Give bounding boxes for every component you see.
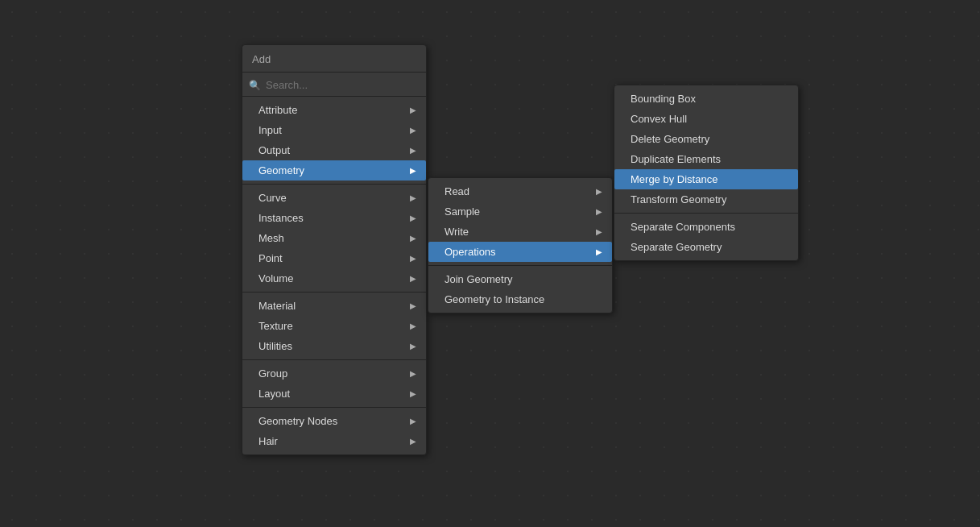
menu-item-mesh[interactable]: Mesh ▶	[242, 228, 426, 248]
separator-1	[242, 184, 426, 185]
separator-4	[242, 407, 426, 408]
menu-item-point[interactable]: Point ▶	[242, 248, 426, 268]
menu-item-label-operations: Operations	[445, 246, 496, 258]
arrow-output: ▶	[410, 146, 416, 155]
separator-3	[242, 359, 426, 360]
arrow-attribute: ▶	[410, 106, 416, 114]
menu-item-label-attribute: Attribute	[258, 104, 297, 116]
search-row[interactable]: 🔍	[242, 76, 426, 97]
menu-item-curve[interactable]: Curve ▶	[242, 188, 426, 208]
arrow-utilities: ▶	[410, 342, 416, 351]
menu-item-input[interactable]: Input ▶	[242, 120, 426, 140]
arrow-layout: ▶	[410, 389, 416, 398]
menu-item-transform-geometry[interactable]: Transform Geometry	[614, 189, 798, 210]
menu-item-convex-hull[interactable]: Convex Hull	[614, 109, 798, 129]
menu-item-label-utilities: Utilities	[258, 340, 292, 352]
menu-item-label-mesh: Mesh	[258, 232, 284, 244]
geometry-submenu: Read ▶ Sample ▶ Write ▶ Operations ▶ Joi…	[428, 177, 613, 313]
arrow-group: ▶	[410, 369, 416, 378]
menu-title: Add	[242, 48, 426, 73]
add-menu-panel: Add 🔍 Attribute ▶ Input ▶ Output ▶ Geome…	[242, 44, 427, 455]
menu-item-geometry-nodes[interactable]: Geometry Nodes ▶	[242, 411, 426, 431]
arrow-read: ▶	[596, 187, 602, 196]
menu-item-geometry-to-instance[interactable]: Geometry to Instance	[428, 289, 612, 309]
arrow-texture: ▶	[410, 322, 416, 330]
arrow-write: ▶	[596, 227, 602, 236]
menu-item-label-point: Point	[258, 252, 283, 264]
menu-item-label-geometry-to-instance: Geometry to Instance	[445, 293, 544, 305]
menu-item-label-input: Input	[258, 124, 282, 136]
menu-item-merge-by-distance[interactable]: Merge by Distance	[614, 169, 798, 189]
menu-item-instances[interactable]: Instances ▶	[242, 208, 426, 228]
arrow-geometry-nodes: ▶	[410, 417, 416, 425]
arrow-point: ▶	[410, 254, 416, 263]
menu-item-bounding-box[interactable]: Bounding Box	[614, 89, 798, 109]
arrow-operations: ▶	[596, 247, 602, 256]
menu-item-material[interactable]: Material ▶	[242, 296, 426, 316]
menu-item-operations[interactable]: Operations ▶	[428, 242, 612, 262]
menu-item-label-output: Output	[258, 144, 290, 156]
menu-item-label-read: Read	[445, 185, 469, 197]
menu-item-label-separate-components: Separate Components	[631, 221, 735, 233]
menu-item-label-merge-by-distance: Merge by Distance	[631, 173, 717, 185]
menu-item-label-hair: Hair	[258, 435, 278, 447]
menu-item-label-curve: Curve	[258, 192, 287, 204]
arrow-instances: ▶	[410, 214, 416, 222]
arrow-material: ▶	[410, 301, 416, 310]
menu-item-label-write: Write	[445, 226, 469, 238]
menu-item-separate-components[interactable]: Separate Components	[614, 217, 798, 237]
menu-item-sample[interactable]: Sample ▶	[428, 201, 612, 222]
menu-item-label-geometry-nodes: Geometry Nodes	[258, 415, 337, 427]
menu-item-label-geometry: Geometry	[258, 164, 304, 176]
menu-item-write[interactable]: Write ▶	[428, 222, 612, 242]
menu-item-label-volume: Volume	[258, 272, 293, 284]
menu-item-separate-geometry[interactable]: Separate Geometry	[614, 237, 798, 257]
arrow-sample: ▶	[596, 207, 602, 216]
menu-item-delete-geometry[interactable]: Delete Geometry	[614, 129, 798, 149]
menu-item-label-join-geometry: Join Geometry	[445, 273, 513, 285]
menu-item-volume[interactable]: Volume ▶	[242, 268, 426, 288]
menu-item-texture[interactable]: Texture ▶	[242, 316, 426, 336]
menu-item-label-delete-geometry: Delete Geometry	[631, 133, 709, 145]
arrow-curve: ▶	[410, 193, 416, 202]
arrow-volume: ▶	[410, 274, 416, 283]
menu-item-layout[interactable]: Layout ▶	[242, 384, 426, 404]
arrow-mesh: ▶	[410, 234, 416, 243]
menu-item-label-material: Material	[258, 300, 296, 312]
menu-item-label-bounding-box: Bounding Box	[631, 93, 696, 105]
search-input[interactable]	[266, 79, 420, 91]
separator-2	[242, 292, 426, 293]
menu-item-label-transform-geometry: Transform Geometry	[631, 193, 726, 205]
search-icon: 🔍	[249, 80, 261, 91]
menu-item-label-texture: Texture	[258, 320, 293, 332]
arrow-geometry: ▶	[410, 166, 416, 175]
menu-item-label-duplicate-elements: Duplicate Elements	[631, 153, 721, 165]
menu-item-label-separate-geometry: Separate Geometry	[631, 241, 722, 253]
menu-item-label-layout: Layout	[258, 388, 290, 400]
menu-container: Add 🔍 Attribute ▶ Input ▶ Output ▶ Geome…	[242, 44, 799, 455]
menu-item-label-convex-hull: Convex Hull	[631, 113, 687, 125]
menu-item-group[interactable]: Group ▶	[242, 363, 426, 384]
menu-item-join-geometry[interactable]: Join Geometry	[428, 269, 612, 289]
menu-item-label-group: Group	[258, 367, 287, 380]
arrow-hair: ▶	[410, 437, 416, 446]
separator-ops-1	[614, 213, 798, 214]
menu-item-attribute[interactable]: Attribute ▶	[242, 100, 426, 120]
menu-item-geometry[interactable]: Geometry ▶	[242, 160, 426, 181]
menu-item-utilities[interactable]: Utilities ▶	[242, 336, 426, 356]
menu-item-output[interactable]: Output ▶	[242, 140, 426, 160]
separator-geo-1	[428, 265, 612, 266]
arrow-input: ▶	[410, 126, 416, 135]
menu-item-read[interactable]: Read ▶	[428, 181, 612, 201]
operations-submenu: Bounding Box Convex Hull Delete Geometry…	[614, 85, 799, 261]
menu-item-label-sample: Sample	[445, 205, 480, 218]
menu-item-duplicate-elements[interactable]: Duplicate Elements	[614, 149, 798, 169]
menu-item-label-instances: Instances	[258, 212, 304, 224]
menu-item-hair[interactable]: Hair ▶	[242, 431, 426, 451]
